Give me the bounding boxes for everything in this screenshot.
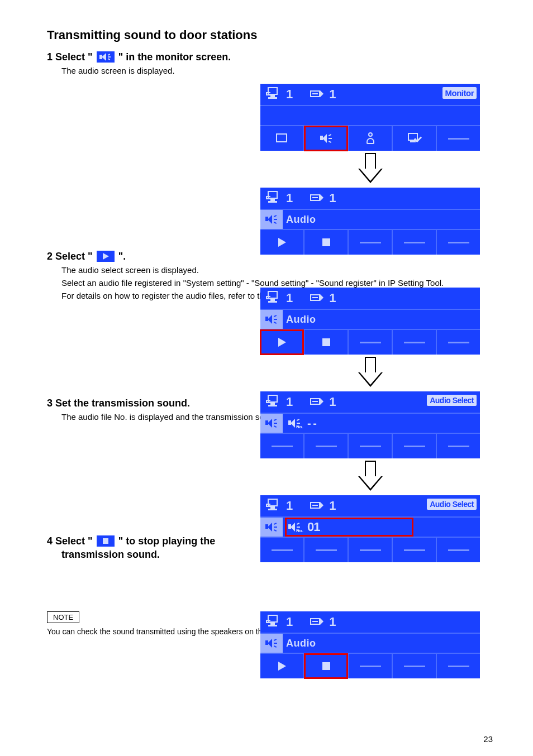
station-icon — [266, 615, 283, 629]
fkey-play[interactable] — [260, 654, 304, 678]
mode-badge-audioselect: Audio Select — [427, 499, 477, 510]
audio-label: Audio — [286, 214, 316, 226]
station-no: 1 — [286, 87, 292, 102]
station-icon — [266, 395, 283, 409]
camera-no: 1 — [329, 87, 335, 102]
page-number: 23 — [483, 734, 493, 744]
mode-badge-audioselect: Audio Select — [427, 395, 477, 406]
fkey-check[interactable] — [393, 126, 437, 151]
speaker-tab-icon — [260, 414, 283, 433]
fkey-stop[interactable] — [304, 230, 349, 255]
step2-head-b: ". — [118, 251, 126, 262]
arrow-down-icon — [358, 357, 383, 388]
step2-body-l1: The audio select screen is displayed. — [61, 265, 496, 276]
check-icon — [407, 132, 422, 145]
speaker-tab-icon — [260, 310, 283, 329]
play-icon — [278, 238, 286, 247]
lcd-monitor: 1 1 Monitor — [260, 84, 480, 151]
play-icon — [278, 662, 286, 671]
speaker-tab-icon — [260, 634, 283, 653]
lcd-audio-stop: 1 1 Audio — [260, 611, 480, 678]
audio-no-highlight — [285, 518, 413, 537]
lcd-audio: 1 1 Audio — [260, 188, 480, 255]
station-icon — [266, 499, 283, 513]
lcd-audio-select-01: 1 1 Audio Select No. 01 — [260, 495, 480, 562]
station-icon — [266, 291, 283, 305]
section-title: Transmitting sound to door stations — [47, 28, 496, 42]
fkey-play[interactable] — [260, 330, 304, 355]
person-icon — [364, 132, 377, 145]
step4-head-a: 4 Select " — [47, 535, 93, 547]
stop-icon — [97, 535, 115, 547]
speaker-icon — [319, 132, 334, 145]
step-1: 1 Select " " in the monitor screen. The … — [47, 50, 496, 76]
stop-icon — [322, 238, 330, 246]
fkey-play[interactable] — [260, 230, 304, 255]
speaker-no-icon: No. — [287, 417, 304, 430]
step1-head-a: 1 Select " — [47, 51, 93, 63]
station-icon — [266, 191, 283, 205]
fkey-empty — [437, 126, 480, 151]
fkey-speaker[interactable] — [304, 126, 349, 151]
fkey-person[interactable] — [349, 126, 393, 151]
audio-no-value: 01 — [307, 520, 320, 534]
step1-head-b: " in the monitor screen. — [118, 51, 231, 63]
lcd-audio-select-blank: 1 1 Audio Select No. - - — [260, 391, 480, 458]
fkey-stop[interactable] — [304, 330, 349, 355]
fkey-screen[interactable] — [260, 126, 304, 151]
camera-icon — [309, 395, 326, 409]
speaker-tab-icon — [260, 210, 283, 229]
speaker-tab-icon — [260, 518, 283, 537]
camera-icon — [309, 291, 326, 305]
arrow-down-icon — [358, 461, 383, 492]
camera-icon — [309, 615, 326, 629]
step4-head-b: " to stop playing the — [118, 535, 216, 547]
play-icon — [97, 251, 115, 262]
camera-icon — [309, 191, 326, 205]
station-icon — [266, 87, 283, 102]
play-icon — [278, 338, 286, 347]
note-tag: NOTE — [47, 611, 79, 623]
camera-icon — [309, 87, 326, 102]
speaker-icon — [97, 51, 115, 63]
screen-icon — [275, 132, 289, 145]
lcd-audio-play: 1 1 Audio — [260, 288, 480, 355]
arrow-down-icon — [358, 153, 383, 184]
step2-head-a: 2 Select " — [47, 251, 93, 262]
audio-no-value: - - — [307, 417, 316, 430]
stop-icon — [322, 338, 330, 346]
mode-badge-monitor: Monitor — [442, 87, 477, 99]
stop-icon — [322, 662, 330, 670]
fkey-stop[interactable] — [304, 654, 349, 678]
camera-icon — [309, 499, 326, 513]
speaker-no-icon: No. — [287, 520, 304, 534]
step1-body: The audio screen is displayed. — [61, 65, 496, 76]
step2-body-l2: Select an audio file registered in "Syst… — [61, 277, 496, 289]
